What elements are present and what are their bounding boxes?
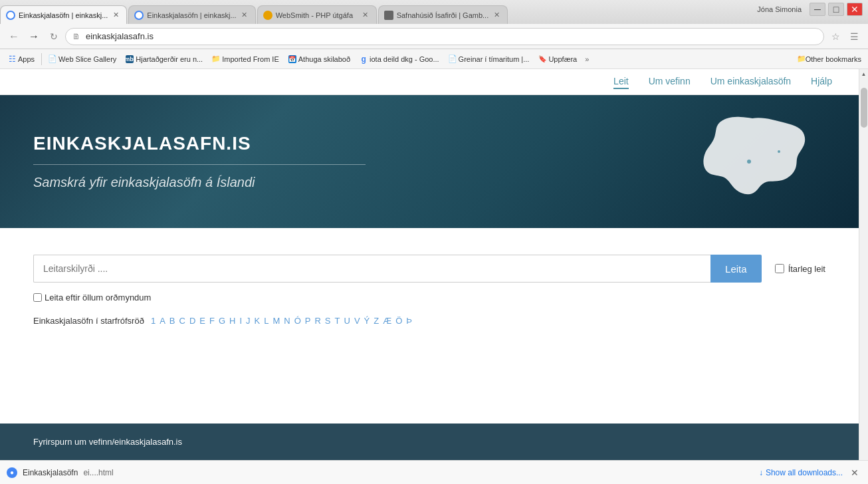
- chrome-favicon: ●: [7, 467, 17, 478]
- alphabet-link-i[interactable]: I: [238, 316, 243, 326]
- alphabet-link-d[interactable]: D: [188, 316, 197, 326]
- window-controls: Jóna Simonia ─ □ ✕: [752, 0, 868, 19]
- search-input[interactable]: [33, 255, 710, 283]
- search-row: Leita Ítarleg leit: [33, 255, 825, 283]
- page-content: Leit Um vefinn Um einkaskjalasöfn Hjálp …: [0, 69, 859, 460]
- tab-1[interactable]: Einkaskjalasöfn | einkaskj... ✕: [0, 5, 127, 24]
- bookmark-uppfaera[interactable]: 🔖 Uppfæra: [534, 52, 581, 66]
- hero-text: EINKASKJALASAFN.IS Samskrá yfir einkaskj…: [33, 133, 366, 190]
- alphabet-link-u[interactable]: U: [342, 316, 351, 326]
- bookmark-hjartaad[interactable]: mbi Hjartaðgerðir eru n...: [122, 52, 207, 66]
- alphabet-link-t[interactable]: T: [334, 316, 342, 326]
- alphabet-link-l[interactable]: L: [263, 316, 270, 326]
- site-nav: Leit Um vefinn Um einkaskjalasöfn Hjálp: [0, 69, 859, 95]
- advanced-search-checkbox[interactable]: [775, 264, 784, 273]
- advanced-search-label[interactable]: Ítarleg leit: [788, 264, 825, 274]
- download-bar-close-button[interactable]: ✕: [848, 466, 861, 479]
- alphabet-link-g[interactable]: G: [217, 316, 227, 326]
- alphabet-link-p[interactable]: P: [304, 316, 312, 326]
- map-dot-2: [778, 150, 780, 153]
- close-button[interactable]: ✕: [847, 3, 863, 16]
- bookmark-separator-1: [41, 53, 42, 65]
- other-bookmarks-folder-icon: [798, 55, 806, 63]
- tab-close-4[interactable]: ✕: [491, 10, 502, 21]
- alphabet-link-m[interactable]: M: [271, 316, 281, 326]
- tab-3[interactable]: WebSmith - PHP útgáfa ✕: [257, 5, 377, 24]
- alphabet-link-b[interactable]: B: [168, 316, 177, 326]
- alphabet-link-æ[interactable]: Æ: [381, 316, 393, 326]
- alphabet-link-h[interactable]: H: [228, 316, 237, 326]
- show-all-downloads-button[interactable]: ↓ Show all downloads...: [759, 468, 843, 477]
- forward-button[interactable]: →: [25, 28, 43, 45]
- alphabet-link-ö[interactable]: Ö: [394, 316, 403, 326]
- bookmarks-bar: ☷ Apps Web Slice Gallery mbi Hjartaðgerð…: [0, 49, 868, 69]
- alphabet-link-v[interactable]: V: [353, 316, 362, 326]
- alphabet-link-ý[interactable]: Ý: [363, 316, 372, 326]
- alphabet-link-ó[interactable]: Ó: [293, 316, 302, 326]
- alphabet-link-z[interactable]: Z: [372, 316, 380, 326]
- alphabet-link-j[interactable]: J: [245, 316, 252, 326]
- download-bar: ● Einkaskjalasöfn ei....html ↓ Show all …: [0, 460, 868, 484]
- minimize-button[interactable]: ─: [810, 3, 825, 16]
- search-button[interactable]: Leita: [710, 255, 762, 283]
- tab-close-3[interactable]: ✕: [360, 10, 371, 21]
- scrollbar[interactable]: ▲: [859, 69, 868, 460]
- alphabet-link-r[interactable]: R: [313, 316, 322, 326]
- tab-label-3: WebSmith - PHP útgáfa: [276, 11, 358, 19]
- tab-4[interactable]: Safnahúsið Ísafirði | Gamb... ✕: [378, 5, 508, 24]
- apps-grid-icon: ☷: [8, 55, 16, 63]
- tab-2[interactable]: Einkaskjalasöfn | einkaskj... ✕: [128, 5, 255, 24]
- wordforms-label[interactable]: Leita eftir öllum orðmyndum: [45, 293, 151, 302]
- tab-strip: Einkaskjalasöfn | einkaskj... ✕ Einkaskj…: [0, 5, 868, 24]
- bookmark-apps[interactable]: ☷ Apps: [4, 52, 39, 66]
- address-text: einkaskjalasafn.is: [86, 31, 154, 41]
- chrome-icon: ●: [10, 469, 14, 476]
- bookmarks-overflow[interactable]: »: [582, 55, 592, 63]
- alphabet-link-s[interactable]: S: [324, 316, 332, 326]
- wordforms-checkbox[interactable]: [33, 293, 42, 302]
- bookmark-web-slice[interactable]: Web Slice Gallery: [45, 52, 120, 66]
- bookmark-greinar[interactable]: Greinar í tímaritum |...: [445, 52, 534, 66]
- bookmark-imported-ie[interactable]: Imported From IE: [208, 52, 283, 66]
- scrollbar-up-arrow[interactable]: ▲: [859, 69, 869, 78]
- alphabet-link-þ[interactable]: Þ: [405, 316, 413, 326]
- tab-label-4: Safnahúsið Ísafirði | Gamb...: [397, 11, 489, 19]
- hero-title: EINKASKJALASAFN.IS: [33, 133, 366, 154]
- tab-close-1[interactable]: ✕: [110, 10, 121, 21]
- alphabet-link-c[interactable]: C: [177, 316, 186, 326]
- back-button[interactable]: ←: [5, 28, 23, 45]
- alphabet-link-1[interactable]: 1: [150, 316, 157, 326]
- address-lock-icon: 🗎: [72, 32, 82, 41]
- alphabet-link-k[interactable]: K: [253, 316, 262, 326]
- footer-text: Fyrirspurn um vefinn/einkaskjalasafn.is: [33, 437, 182, 447]
- map-dot-1: [747, 160, 751, 164]
- alphabet-link-n[interactable]: N: [282, 316, 291, 326]
- bookmark-hjartaad-label: Hjartaðgerðir eru n...: [136, 55, 203, 63]
- nav-hjalp[interactable]: Hjálp: [811, 74, 832, 89]
- browser-content: Leit Um vefinn Um einkaskjalasöfn Hjálp …: [0, 69, 868, 460]
- menu-button[interactable]: ☰: [845, 28, 863, 45]
- nav-um-vefinn[interactable]: Um vefinn: [649, 74, 691, 89]
- alphabet-link-f[interactable]: F: [208, 316, 216, 326]
- nav-um-einkaskjalasafn[interactable]: Um einkaskjalasöfn: [710, 74, 791, 89]
- bookmark-iota[interactable]: g iota deild dkg - Goo...: [356, 52, 443, 66]
- search-section: Leita Ítarleg leit Leita eftir öllum orð…: [0, 228, 859, 346]
- alphabet-link-e[interactable]: E: [198, 316, 207, 326]
- bookmark-athuga[interactable]: 📅 Athuga skilaboð: [284, 52, 354, 66]
- alphabet-link-a[interactable]: A: [158, 316, 167, 326]
- mbi-icon: mbi: [126, 55, 134, 63]
- nav-leit[interactable]: Leit: [613, 74, 629, 89]
- outlook-icon: 📅: [288, 55, 296, 63]
- show-all-downloads-label: Show all downloads...: [766, 468, 843, 477]
- other-bookmarks[interactable]: Other bookmarks: [795, 54, 864, 64]
- tab-favicon-2: [134, 11, 144, 20]
- site-footer: Fyrirspurn um vefinn/einkaskjalasafn.is: [0, 424, 859, 460]
- address-bar[interactable]: 🗎 einkaskjalasafn.is: [65, 28, 824, 45]
- tab-favicon-1: [6, 11, 15, 20]
- bookmark-star-button[interactable]: ☆: [827, 28, 844, 45]
- scrollbar-thumb[interactable]: [861, 88, 867, 128]
- maximize-button[interactable]: □: [828, 3, 844, 16]
- tab-close-2[interactable]: ✕: [239, 10, 250, 21]
- reload-button[interactable]: ↻: [45, 28, 62, 45]
- other-bookmarks-label: Other bookmarks: [806, 55, 861, 63]
